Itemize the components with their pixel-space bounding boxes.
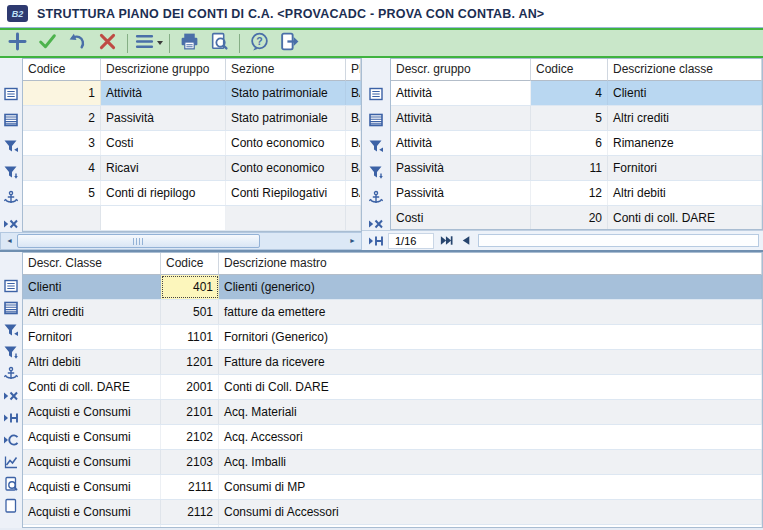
cell[interactable]: Costi — [101, 131, 226, 155]
cell[interactable]: Stato patrimoniale — [226, 106, 346, 130]
add-button[interactable] — [4, 31, 31, 55]
column-header[interactable]: Sezione — [226, 59, 346, 81]
cell[interactable]: 5 — [531, 106, 608, 130]
cell[interactable]: BA — [346, 106, 361, 130]
table-row[interactable]: Acquisti e Consumi2112Consumi di Accesso… — [23, 500, 762, 525]
column-header[interactable]: PD — [346, 59, 361, 81]
cell[interactable]: Altri crediti — [23, 300, 161, 324]
doc-icon[interactable] — [3, 498, 19, 514]
list-icon[interactable] — [3, 278, 19, 294]
cell[interactable]: 11 — [531, 156, 608, 180]
anchor-icon[interactable] — [3, 366, 19, 382]
table-row[interactable]: Fornitori1101Fornitori (Generico) — [23, 325, 762, 350]
column-header[interactable]: Codice — [161, 253, 219, 275]
anchor-icon[interactable] — [368, 190, 384, 206]
table-row[interactable]: Altri debiti1201Fatture da ricevere — [23, 350, 762, 375]
cell[interactable]: Fornitori (Generico) — [219, 325, 762, 349]
column-header[interactable]: Codice — [531, 59, 608, 81]
table-row[interactable]: 3CostiConto economicoBA — [23, 131, 361, 156]
cell[interactable]: 2111 — [161, 475, 219, 499]
cell[interactable]: 5 — [23, 181, 101, 205]
cell[interactable]: Costi — [391, 206, 531, 230]
table-row[interactable]: 2PassivitàStato patrimonialeBA — [23, 106, 361, 131]
cell[interactable]: 3 — [23, 131, 101, 155]
table-row[interactable]: Attività4Clienti — [391, 81, 762, 106]
cell[interactable]: Acq. Imballi — [219, 450, 762, 474]
cell[interactable]: Altri debiti — [608, 181, 762, 205]
table-row[interactable]: 1AttivitàStato patrimonialeBA — [23, 81, 361, 106]
cell[interactable]: Conto economico — [226, 156, 346, 180]
cell[interactable]: Ricavi — [101, 156, 226, 180]
table-icon[interactable] — [3, 300, 19, 316]
cell[interactable]: Clienti — [23, 275, 161, 299]
table-row[interactable]: Conti di coll. DARE2001Conti di Coll. DA… — [23, 375, 762, 400]
filter-back-icon[interactable] — [368, 138, 384, 154]
undo-button[interactable] — [64, 31, 91, 55]
delete-button[interactable] — [94, 31, 121, 55]
cell[interactable]: 2101 — [161, 400, 219, 424]
menu-button[interactable] — [134, 31, 163, 55]
goto-h-icon[interactable] — [3, 410, 19, 426]
cell[interactable]: Acquisti e Consumi — [23, 450, 161, 474]
find-doc-icon[interactable] — [3, 476, 19, 492]
table-row[interactable]: Altri crediti501fatture da emettere — [23, 300, 762, 325]
cell[interactable]: 6 — [531, 131, 608, 155]
cell[interactable]: 1201 — [161, 350, 219, 374]
cell[interactable]: 2001 — [161, 375, 219, 399]
goto-h-icon[interactable] — [368, 233, 384, 249]
cell[interactable]: BA — [346, 81, 361, 105]
pagination-scrollbar-track[interactable] — [478, 234, 759, 247]
cell[interactable]: Conti di coll. DARE — [608, 206, 762, 230]
confirm-button[interactable] — [34, 31, 61, 55]
cell[interactable]: 2112 — [161, 500, 219, 524]
cell[interactable]: Passività — [391, 156, 531, 180]
detach-x-icon[interactable] — [3, 216, 19, 232]
cell[interactable]: Altri crediti — [608, 106, 762, 130]
cell[interactable]: 20 — [531, 206, 608, 230]
detach-x-icon[interactable] — [3, 388, 19, 404]
cell[interactable]: 1 — [23, 81, 101, 105]
table-row[interactable]: 5Conti di riepilogoConti RiepilogativiBA — [23, 181, 361, 206]
chart-icon[interactable] — [3, 454, 19, 470]
cell[interactable]: Altri debiti — [23, 350, 161, 374]
list-icon[interactable] — [368, 86, 384, 102]
cell[interactable]: Consumi di Accessori — [219, 500, 762, 524]
cell[interactable]: 2103 — [161, 450, 219, 474]
cell[interactable]: Attività — [391, 81, 531, 105]
print-button[interactable] — [176, 31, 203, 55]
help-button[interactable]: ? — [246, 31, 273, 55]
table-row[interactable]: Passività12Altri debiti — [391, 181, 762, 206]
table-row[interactable]: Attività5Altri crediti — [391, 106, 762, 131]
cell[interactable]: Conti di riepilogo — [101, 181, 226, 205]
table-row[interactable]: Acquisti e Consumi2103Acq. Imballi — [23, 450, 762, 475]
cell[interactable] — [219, 525, 762, 528]
filter-pin-icon[interactable] — [368, 164, 384, 180]
print-preview-button[interactable] — [206, 31, 233, 55]
cell[interactable]: 501 — [161, 300, 219, 324]
cell[interactable]: Fornitori — [23, 325, 161, 349]
last-page-icon[interactable] — [438, 233, 454, 249]
cell[interactable] — [161, 525, 219, 528]
cell[interactable] — [101, 206, 226, 230]
table-row[interactable] — [23, 525, 762, 528]
cell[interactable]: 401 — [161, 275, 219, 299]
cell[interactable]: Acq. Materiali — [219, 400, 762, 424]
column-header[interactable]: Descrizione classe — [608, 59, 762, 81]
cell[interactable]: Acquisti e Consumi — [23, 475, 161, 499]
cell[interactable]: Consumi di MP — [219, 475, 762, 499]
cell[interactable]: Attività — [101, 81, 226, 105]
cell[interactable]: BA — [346, 156, 361, 180]
scroll-left-icon[interactable]: ◄ — [2, 233, 17, 249]
table-icon[interactable] — [368, 112, 384, 128]
column-header[interactable]: Descr. gruppo — [391, 59, 531, 81]
cell[interactable]: Fatture da ricevere — [219, 350, 762, 374]
table-row[interactable]: Acquisti e Consumi2111Consumi di MP — [23, 475, 762, 500]
cell[interactable]: Acq. Accessori — [219, 425, 762, 449]
cell[interactable]: Rimanenze — [608, 131, 762, 155]
cell[interactable]: 12 — [531, 181, 608, 205]
column-header[interactable]: Descrizione mastro — [219, 253, 762, 275]
cell[interactable] — [23, 525, 161, 528]
cell[interactable]: BA — [346, 181, 361, 205]
column-header[interactable]: Descr. Classe — [23, 253, 161, 275]
cell[interactable]: Conti di coll. DARE — [23, 375, 161, 399]
